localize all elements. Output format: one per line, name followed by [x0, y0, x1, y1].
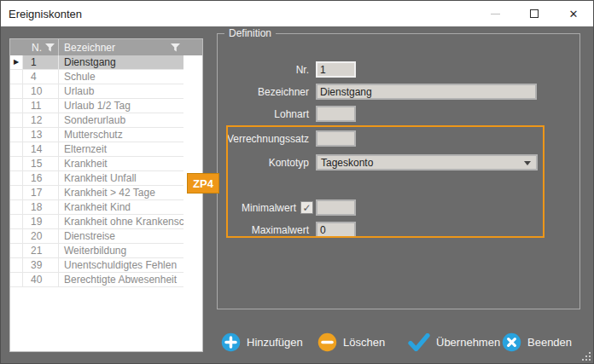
nr-label: Nr.	[218, 64, 309, 76]
kontotyp-label: Kontotyp	[218, 157, 309, 169]
row-bezeichner: Unentschuldigtes Fehlen	[59, 258, 183, 273]
uebernehmen-button[interactable]: Übernehmen	[408, 333, 500, 351]
table-row[interactable]: ▶ 16 Krankheit Unfall	[10, 171, 202, 186]
table-row[interactable]: ▶ 21 Weiterbildung	[10, 244, 202, 258]
row-bezeichner: Dienstreise	[59, 229, 183, 244]
minimalwert-checkbox[interactable]: ✓	[300, 201, 313, 214]
hinzufuegen-label: Hinzufügen	[247, 336, 303, 349]
table-row[interactable]: ▶ 40 Berechtigte Abwesenheit	[10, 273, 202, 287]
row-nr: 14	[23, 142, 59, 157]
event-accounts-table: N. Bezeichner ▶ 1 Dienstgang ▶ 4 Schule …	[9, 38, 203, 352]
window-title: Ereigniskonten	[9, 8, 82, 20]
close-icon: ✕	[569, 9, 579, 20]
kontotyp-dropdown[interactable]: Tageskonto	[316, 154, 538, 170]
row-selector: ▶	[10, 273, 23, 287]
maximalwert-label: Maximalwert	[218, 224, 309, 236]
bezeichner-label: Bezeichner	[218, 86, 309, 98]
table-row[interactable]: ▶ 20 Dienstreise	[10, 229, 202, 244]
row-nr: 4	[23, 70, 59, 84]
minus-circle-icon	[317, 332, 337, 352]
filter-icon[interactable]	[45, 43, 55, 52]
row-nr: 21	[23, 244, 59, 258]
maximize-icon	[530, 9, 539, 18]
filter-icon[interactable]	[171, 43, 180, 52]
beenden-button[interactable]: Beenden	[502, 332, 572, 352]
row-bezeichner: Krankheit	[59, 157, 183, 171]
check-icon	[408, 333, 430, 351]
table-row[interactable]: ▶ 18 Krankheit Kind	[10, 200, 202, 215]
header-bezeichner[interactable]: Bezeichner	[59, 39, 183, 55]
definition-groupbox: Definition Nr. Bezeichner Lohnart Verrec…	[217, 33, 580, 309]
row-nr: 11	[23, 99, 59, 113]
beenden-label: Beenden	[527, 336, 572, 349]
header-selector-stub	[10, 39, 23, 55]
table-row[interactable]: ▶ 10 Urlaub	[10, 84, 202, 99]
row-bezeichner: Krankheit ohne Krankensc...	[59, 215, 183, 229]
row-nr: 18	[23, 200, 59, 215]
check-glyph: ✓	[302, 203, 311, 213]
row-bezeichner: Urlaub	[59, 84, 183, 99]
row-selector: ▶	[10, 215, 23, 229]
row-bezeichner: Dienstgang	[59, 55, 183, 70]
zp4-badge: ZP4	[187, 173, 219, 194]
row-selector: ▶	[10, 258, 23, 273]
row-bezeichner: Mutterschutz	[59, 128, 183, 142]
bezeichner-input[interactable]	[316, 84, 537, 100]
row-nr: 20	[23, 229, 59, 244]
minimize-button[interactable]	[475, 1, 515, 26]
table-row[interactable]: ▶ 14 Elternzeit	[10, 142, 202, 157]
table-row[interactable]: ▶ 1 Dienstgang	[10, 55, 202, 70]
maximalwert-input[interactable]	[316, 222, 356, 238]
row-bezeichner: Berechtigte Abwesenheit	[59, 273, 183, 287]
row-nr: 39	[23, 258, 59, 273]
table-header: N. Bezeichner	[10, 39, 202, 55]
row-selector: ▶	[10, 70, 23, 84]
minimalwert-input[interactable]	[316, 199, 356, 216]
loeschen-label: Löschen	[343, 336, 385, 349]
table-row[interactable]: ▶ 13 Mutterschutz	[10, 128, 202, 142]
table-row[interactable]: ▶ 19 Krankheit ohne Krankensc...	[10, 215, 202, 229]
row-selector: ▶	[10, 244, 23, 258]
header-bezeichner-label: Bezeichner	[64, 42, 115, 54]
table-row[interactable]: ▶ 17 Krankheit > 42 Tage	[10, 186, 202, 200]
uebernehmen-label: Übernehmen	[436, 336, 500, 349]
verrechnungssatz-input[interactable]	[316, 130, 356, 147]
header-nr[interactable]: N.	[23, 39, 59, 55]
hinzufuegen-button[interactable]: Hinzufügen	[221, 332, 303, 352]
row-selector: ▶	[10, 229, 23, 244]
row-bezeichner: Krankheit > 42 Tage	[59, 186, 183, 200]
row-nr: 1	[23, 55, 59, 70]
table-row[interactable]: ▶ 11 Urlaub 1/2 Tag	[10, 99, 202, 113]
row-nr: 17	[23, 186, 59, 200]
close-button[interactable]: ✕	[554, 1, 593, 26]
row-nr: 40	[23, 273, 59, 287]
row-bezeichner: Weiterbildung	[59, 244, 183, 258]
loeschen-button[interactable]: Löschen	[317, 332, 385, 352]
row-selector: ▶	[10, 55, 23, 70]
table-row[interactable]: ▶ 12 Sonderurlaub	[10, 113, 202, 128]
x-circle-icon	[502, 332, 521, 352]
table-row[interactable]: ▶ 39 Unentschuldigtes Fehlen	[10, 258, 202, 273]
row-nr: 12	[23, 113, 59, 128]
row-nr: 15	[23, 157, 59, 171]
row-bezeichner: Krankheit Unfall	[59, 171, 183, 186]
table-body: ▶ 1 Dienstgang ▶ 4 Schule ▶ 10 Urlaub ▶ …	[10, 55, 202, 287]
row-nr: 19	[23, 215, 59, 229]
lohnart-label: Lohnart	[218, 108, 309, 120]
table-row[interactable]: ▶ 15 Krankheit	[10, 157, 202, 171]
maximize-button[interactable]	[515, 1, 554, 26]
chevron-down-icon	[524, 161, 531, 165]
current-row-arrow: ▶	[14, 59, 19, 66]
verrechnungssatz-label: Verrechnungssatz	[218, 133, 309, 145]
row-selector: ▶	[10, 84, 23, 99]
resize-grip[interactable]	[582, 352, 591, 361]
row-selector: ▶	[10, 186, 23, 200]
nr-input[interactable]	[316, 61, 356, 78]
titlebar: Ereigniskonten ✕	[1, 1, 593, 26]
lohnart-input[interactable]	[316, 106, 356, 122]
row-selector: ▶	[10, 171, 23, 186]
row-selector: ▶	[10, 142, 23, 157]
table-row[interactable]: ▶ 4 Schule	[10, 70, 202, 84]
row-nr: 16	[23, 171, 59, 186]
kontotyp-value: Tageskonto	[321, 157, 373, 169]
